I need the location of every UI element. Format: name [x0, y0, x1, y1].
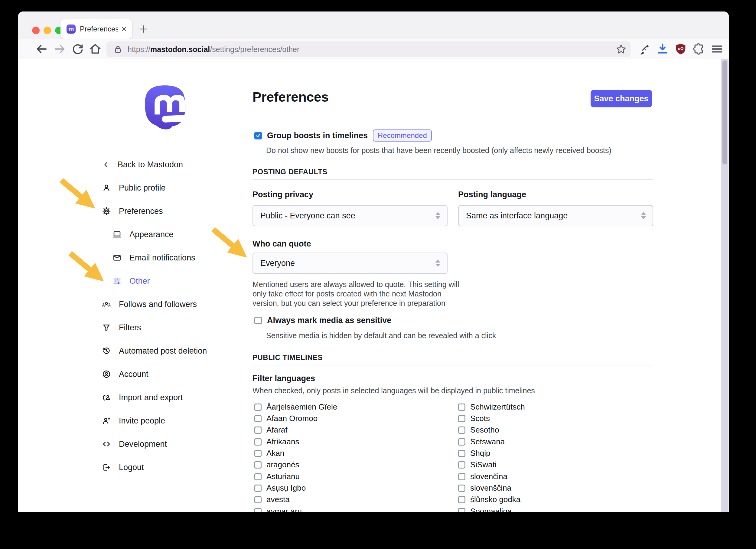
language-row[interactable]: Afrikaans — [254, 437, 299, 446]
language-label: ślůnsko godka — [470, 495, 520, 504]
language-row[interactable]: Shqip — [458, 449, 490, 458]
language-row[interactable]: aragonés — [254, 460, 299, 469]
language-row[interactable]: SiSwati — [458, 460, 497, 469]
screenshot-root: m Preferences - Mastodon — [0, 0, 756, 549]
language-checkbox[interactable] — [254, 438, 262, 446]
sidebar-item-invite-people[interactable]: Invite people — [102, 414, 165, 427]
sidebar-item-other[interactable]: Other — [112, 274, 150, 288]
sidebar-item-appearance[interactable]: Appearance — [112, 228, 174, 241]
language-label: Schwiizertütsch — [470, 402, 525, 412]
sidebar-item-label: Follows and followers — [119, 300, 197, 309]
language-checkbox[interactable] — [458, 415, 465, 422]
language-checkbox[interactable] — [254, 485, 262, 492]
ublock-shield-icon[interactable]: uO — [674, 42, 688, 56]
language-row[interactable]: Asụsụ Igbo — [254, 483, 306, 493]
tab-close-icon[interactable] — [121, 26, 127, 32]
language-row[interactable]: Akan — [254, 449, 284, 458]
page-title: Preferences — [253, 90, 329, 105]
code-icon — [102, 440, 111, 449]
language-label: slovenščina — [470, 483, 511, 493]
sidebar-item-development[interactable]: Development — [102, 437, 167, 451]
sensitive-checkbox[interactable] — [254, 317, 262, 324]
language-checkbox[interactable] — [458, 473, 465, 480]
language-checkbox[interactable] — [458, 461, 465, 469]
bookmark-star-icon[interactable] — [615, 43, 627, 56]
language-row[interactable]: Afaan Oromoo — [254, 414, 318, 423]
sidebar-item-filters[interactable]: Filters — [102, 321, 141, 334]
sidebar-item-label: Other — [129, 276, 150, 286]
language-checkbox[interactable] — [458, 426, 465, 434]
language-row[interactable]: ślůnsko godka — [458, 495, 520, 504]
sidebar-item-preferences[interactable]: Preferences — [102, 204, 163, 218]
posting-privacy-select[interactable]: Public - Everyone can see — [253, 205, 448, 226]
language-checkbox[interactable] — [254, 461, 262, 469]
filter-languages-label: Filter languages — [253, 374, 315, 383]
sidebar-item-automated-post-deletion[interactable]: Automated post deletion — [102, 344, 207, 358]
language-row[interactable]: Soomaaliga — [458, 507, 512, 512]
reload-icon[interactable] — [71, 42, 85, 56]
extensions-puzzle-icon[interactable] — [692, 42, 706, 56]
who-can-quote-select[interactable]: Everyone — [253, 253, 448, 274]
language-checkbox[interactable] — [458, 438, 465, 446]
save-changes-button[interactable]: Save changes — [591, 90, 652, 107]
language-row[interactable]: slovenčina — [458, 472, 507, 481]
lock-icon — [112, 43, 124, 55]
language-row[interactable]: Afaraf — [254, 425, 287, 435]
language-checkbox[interactable] — [254, 450, 262, 457]
back-icon[interactable] — [34, 42, 48, 56]
sidebar-item-email-notifications[interactable]: Email notifications — [112, 251, 195, 264]
sidebar-item-account[interactable]: Account — [102, 368, 148, 381]
scrollbar-thumb[interactable] — [722, 60, 727, 164]
select-arrows-icon — [641, 212, 646, 219]
url-bar[interactable]: https://mastodon.social/settings/prefere… — [106, 41, 631, 57]
language-checkbox[interactable] — [254, 415, 262, 422]
language-checkbox[interactable] — [458, 508, 465, 512]
tab-title: Preferences - Mastodon — [80, 25, 118, 33]
language-checkbox[interactable] — [254, 508, 262, 512]
posting-language-select[interactable]: Same as interface language — [458, 205, 653, 226]
group-boosts-checkbox[interactable] — [254, 132, 262, 139]
menu-hamburger-icon[interactable] — [710, 42, 724, 56]
language-checkbox[interactable] — [458, 404, 465, 411]
language-checkbox[interactable] — [254, 496, 262, 503]
browser-tab[interactable]: m Preferences - Mastodon — [60, 19, 132, 39]
posting-defaults-heading: POSTING DEFAULTS — [253, 168, 327, 176]
sidebar-item-follows-and-followers[interactable]: Follows and followers — [102, 298, 197, 311]
group-boosts-row[interactable]: Group boosts in timelines Recommended — [254, 129, 432, 142]
clear-history-broom-icon[interactable] — [637, 42, 651, 56]
new-tab-button[interactable] — [138, 24, 148, 34]
language-row[interactable]: Scots — [458, 414, 490, 423]
posting-language-value: Same as interface language — [466, 211, 641, 221]
language-checkbox[interactable] — [254, 426, 262, 434]
close-window-button[interactable] — [32, 27, 40, 34]
minimize-window-button[interactable] — [44, 27, 51, 34]
language-row[interactable]: Schwiizertütsch — [458, 402, 525, 412]
language-row[interactable]: Åarjelsaemien Gïele — [254, 402, 337, 412]
sensitive-row[interactable]: Always mark media as sensitive — [254, 316, 391, 325]
who-can-quote-hint: Mentioned users are always allowed to qu… — [253, 280, 461, 308]
home-icon[interactable] — [88, 42, 102, 56]
language-label: SiSwati — [470, 460, 497, 469]
language-checkbox[interactable] — [458, 450, 465, 457]
page-scrollbar[interactable] — [721, 59, 728, 512]
language-row[interactable]: Asturianu — [254, 472, 300, 481]
language-row[interactable]: Setswana — [458, 437, 505, 446]
language-checkbox[interactable] — [254, 404, 262, 411]
language-checkbox[interactable] — [458, 485, 465, 492]
sidebar-item-public-profile[interactable]: Public profile — [102, 181, 166, 194]
language-checkbox[interactable] — [458, 496, 465, 503]
display-icon — [112, 230, 122, 239]
language-row[interactable]: Sesotho — [458, 425, 499, 435]
language-row[interactable]: avesta — [254, 495, 290, 504]
language-row[interactable]: slovenščina — [458, 483, 511, 493]
titlebar: m Preferences - Mastodon — [18, 11, 729, 39]
sidebar-back-to-mastodon[interactable]: Back to Mastodon — [102, 158, 183, 171]
language-row[interactable]: aymar aru — [254, 507, 302, 512]
sidebar-item-label: Public profile — [119, 183, 166, 193]
forward-icon[interactable] — [53, 42, 67, 56]
sidebar-item-import-and-export[interactable]: Import and export — [102, 391, 183, 404]
sidebar-item-logout[interactable]: Logout — [102, 461, 144, 474]
language-label: Asụsụ Igbo — [266, 483, 306, 493]
downloads-icon[interactable] — [656, 42, 670, 56]
language-checkbox[interactable] — [254, 473, 262, 480]
